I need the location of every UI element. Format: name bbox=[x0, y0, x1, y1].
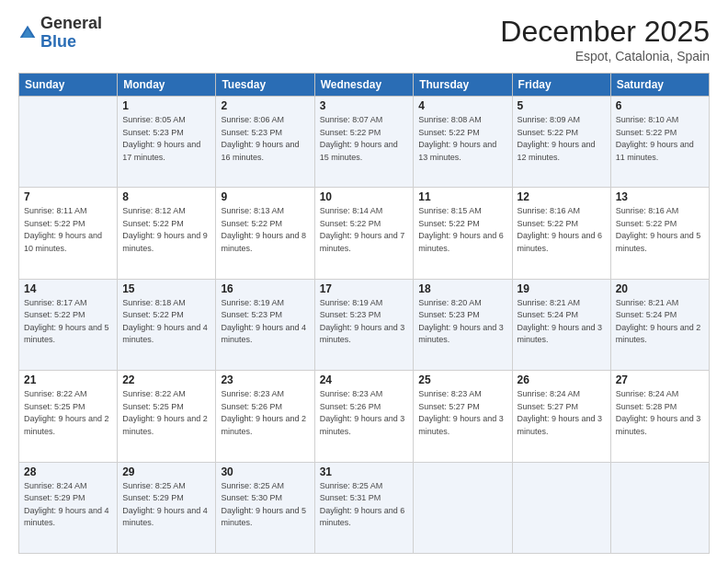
header: General Blue December 2025 Espot, Catalo… bbox=[18, 15, 710, 63]
day-info: Sunrise: 8:22 AM Sunset: 5:25 PM Dayligh… bbox=[24, 388, 112, 438]
day-info: Sunrise: 8:24 AM Sunset: 5:28 PM Dayligh… bbox=[616, 388, 704, 438]
daylight: Daylight: 9 hours and 8 minutes. bbox=[221, 231, 306, 253]
table-row: 23 Sunrise: 8:23 AM Sunset: 5:26 PM Dayl… bbox=[216, 371, 314, 462]
sunrise: Sunrise: 8:06 AM bbox=[221, 115, 284, 124]
col-tuesday: Tuesday bbox=[216, 74, 314, 97]
daylight: Daylight: 9 hours and 12 minutes. bbox=[518, 140, 596, 162]
day-info: Sunrise: 8:14 AM Sunset: 5:22 PM Dayligh… bbox=[320, 205, 409, 255]
month-title: December 2025 bbox=[500, 15, 710, 49]
calendar-week-row: 7 Sunrise: 8:11 AM Sunset: 5:22 PM Dayli… bbox=[19, 188, 710, 279]
table-row: 11 Sunrise: 8:15 AM Sunset: 5:22 PM Dayl… bbox=[414, 188, 512, 279]
sunset: Sunset: 5:25 PM bbox=[24, 402, 85, 411]
day-number: 17 bbox=[320, 282, 409, 295]
day-number: 29 bbox=[122, 465, 210, 478]
col-thursday: Thursday bbox=[414, 74, 512, 97]
day-info: Sunrise: 8:20 AM Sunset: 5:23 PM Dayligh… bbox=[418, 297, 506, 347]
sunrise: Sunrise: 8:12 AM bbox=[122, 206, 186, 215]
table-row: 26 Sunrise: 8:24 AM Sunset: 5:27 PM Dayl… bbox=[512, 371, 610, 462]
day-number: 19 bbox=[518, 282, 606, 295]
day-info: Sunrise: 8:17 AM Sunset: 5:22 PM Dayligh… bbox=[24, 297, 112, 347]
day-info: Sunrise: 8:08 AM Sunset: 5:22 PM Dayligh… bbox=[418, 114, 506, 164]
sunrise: Sunrise: 8:24 AM bbox=[518, 389, 581, 398]
daylight: Daylight: 9 hours and 9 minutes. bbox=[122, 231, 208, 253]
sunrise: Sunrise: 8:11 AM bbox=[24, 206, 87, 215]
day-info: Sunrise: 8:23 AM Sunset: 5:27 PM Dayligh… bbox=[418, 388, 506, 438]
day-number: 15 bbox=[122, 282, 210, 295]
sunset: Sunset: 5:22 PM bbox=[24, 219, 85, 228]
table-row: 3 Sunrise: 8:07 AM Sunset: 5:22 PM Dayli… bbox=[314, 97, 414, 188]
day-number: 6 bbox=[616, 99, 704, 112]
sunrise: Sunrise: 8:24 AM bbox=[24, 481, 87, 490]
day-info: Sunrise: 8:05 AM Sunset: 5:23 PM Dayligh… bbox=[122, 114, 210, 164]
daylight: Daylight: 9 hours and 3 minutes. bbox=[320, 323, 405, 345]
day-info: Sunrise: 8:07 AM Sunset: 5:22 PM Dayligh… bbox=[320, 114, 409, 164]
table-row: 25 Sunrise: 8:23 AM Sunset: 5:27 PM Dayl… bbox=[414, 371, 512, 462]
day-info: Sunrise: 8:15 AM Sunset: 5:22 PM Dayligh… bbox=[418, 205, 506, 255]
table-row: 17 Sunrise: 8:19 AM Sunset: 5:23 PM Dayl… bbox=[314, 279, 414, 370]
sunrise: Sunrise: 8:18 AM bbox=[122, 298, 186, 307]
day-number: 18 bbox=[418, 282, 506, 295]
day-info: Sunrise: 8:16 AM Sunset: 5:22 PM Dayligh… bbox=[518, 205, 606, 255]
daylight: Daylight: 9 hours and 2 minutes. bbox=[616, 323, 701, 345]
day-number: 1 bbox=[122, 99, 210, 112]
sunset: Sunset: 5:22 PM bbox=[518, 219, 579, 228]
day-number: 26 bbox=[518, 373, 606, 386]
day-number: 22 bbox=[122, 373, 210, 386]
sunrise: Sunrise: 8:21 AM bbox=[518, 298, 581, 307]
title-section: December 2025 Espot, Catalonia, Spain bbox=[500, 15, 710, 63]
sunrise: Sunrise: 8:23 AM bbox=[221, 389, 284, 398]
day-info: Sunrise: 8:23 AM Sunset: 5:26 PM Dayligh… bbox=[221, 388, 309, 438]
sunset: Sunset: 5:28 PM bbox=[616, 402, 677, 411]
daylight: Daylight: 9 hours and 5 minutes. bbox=[24, 323, 109, 345]
day-number: 8 bbox=[122, 190, 210, 203]
day-number: 14 bbox=[24, 282, 112, 295]
day-info: Sunrise: 8:16 AM Sunset: 5:22 PM Dayligh… bbox=[616, 205, 704, 255]
daylight: Daylight: 9 hours and 11 minutes. bbox=[616, 140, 694, 162]
day-info: Sunrise: 8:24 AM Sunset: 5:27 PM Dayligh… bbox=[518, 388, 606, 438]
sunset: Sunset: 5:22 PM bbox=[221, 219, 282, 228]
col-sunday: Sunday bbox=[19, 74, 118, 97]
calendar-header-row: Sunday Monday Tuesday Wednesday Thursday… bbox=[19, 74, 710, 97]
calendar-week-row: 21 Sunrise: 8:22 AM Sunset: 5:25 PM Dayl… bbox=[19, 371, 710, 462]
day-number: 24 bbox=[320, 373, 409, 386]
sunrise: Sunrise: 8:22 AM bbox=[24, 389, 87, 398]
day-info: Sunrise: 8:06 AM Sunset: 5:23 PM Dayligh… bbox=[221, 114, 309, 164]
sunset: Sunset: 5:22 PM bbox=[418, 219, 480, 228]
day-number: 9 bbox=[221, 190, 309, 203]
logo-general-text: General bbox=[40, 14, 102, 32]
day-info: Sunrise: 8:21 AM Sunset: 5:24 PM Dayligh… bbox=[616, 297, 704, 347]
table-row: 12 Sunrise: 8:16 AM Sunset: 5:22 PM Dayl… bbox=[512, 188, 610, 279]
daylight: Daylight: 9 hours and 3 minutes. bbox=[616, 414, 701, 436]
table-row bbox=[610, 462, 709, 553]
sunset: Sunset: 5:26 PM bbox=[320, 402, 381, 411]
sunrise: Sunrise: 8:07 AM bbox=[320, 115, 383, 124]
daylight: Daylight: 9 hours and 4 minutes. bbox=[221, 323, 306, 345]
calendar-week-row: 14 Sunrise: 8:17 AM Sunset: 5:22 PM Dayl… bbox=[19, 279, 710, 370]
day-info: Sunrise: 8:10 AM Sunset: 5:22 PM Dayligh… bbox=[616, 114, 704, 164]
day-info: Sunrise: 8:25 AM Sunset: 5:31 PM Dayligh… bbox=[320, 480, 409, 530]
logo: General Blue bbox=[18, 15, 102, 52]
table-row: 22 Sunrise: 8:22 AM Sunset: 5:25 PM Dayl… bbox=[118, 371, 216, 462]
table-row: 28 Sunrise: 8:24 AM Sunset: 5:29 PM Dayl… bbox=[19, 462, 118, 553]
day-number: 5 bbox=[518, 99, 606, 112]
day-info: Sunrise: 8:09 AM Sunset: 5:22 PM Dayligh… bbox=[518, 114, 606, 164]
daylight: Daylight: 9 hours and 3 minutes. bbox=[418, 414, 504, 436]
daylight: Daylight: 9 hours and 6 minutes. bbox=[518, 231, 603, 253]
table-row bbox=[414, 462, 512, 553]
calendar-table: Sunday Monday Tuesday Wednesday Thursday… bbox=[18, 73, 710, 554]
table-row: 4 Sunrise: 8:08 AM Sunset: 5:22 PM Dayli… bbox=[414, 97, 512, 188]
day-number: 16 bbox=[221, 282, 309, 295]
day-info: Sunrise: 8:11 AM Sunset: 5:22 PM Dayligh… bbox=[24, 205, 112, 255]
table-row: 19 Sunrise: 8:21 AM Sunset: 5:24 PM Dayl… bbox=[512, 279, 610, 370]
sunrise: Sunrise: 8:23 AM bbox=[418, 389, 482, 398]
table-row: 10 Sunrise: 8:14 AM Sunset: 5:22 PM Dayl… bbox=[314, 188, 414, 279]
day-info: Sunrise: 8:19 AM Sunset: 5:23 PM Dayligh… bbox=[320, 297, 409, 347]
col-wednesday: Wednesday bbox=[314, 74, 414, 97]
sunrise: Sunrise: 8:25 AM bbox=[320, 481, 383, 490]
sunrise: Sunrise: 8:25 AM bbox=[221, 481, 284, 490]
sunset: Sunset: 5:27 PM bbox=[518, 402, 579, 411]
table-row: 20 Sunrise: 8:21 AM Sunset: 5:24 PM Dayl… bbox=[610, 279, 709, 370]
sunset: Sunset: 5:30 PM bbox=[221, 493, 282, 502]
sunset: Sunset: 5:29 PM bbox=[24, 493, 85, 502]
day-info: Sunrise: 8:25 AM Sunset: 5:29 PM Dayligh… bbox=[122, 480, 210, 530]
